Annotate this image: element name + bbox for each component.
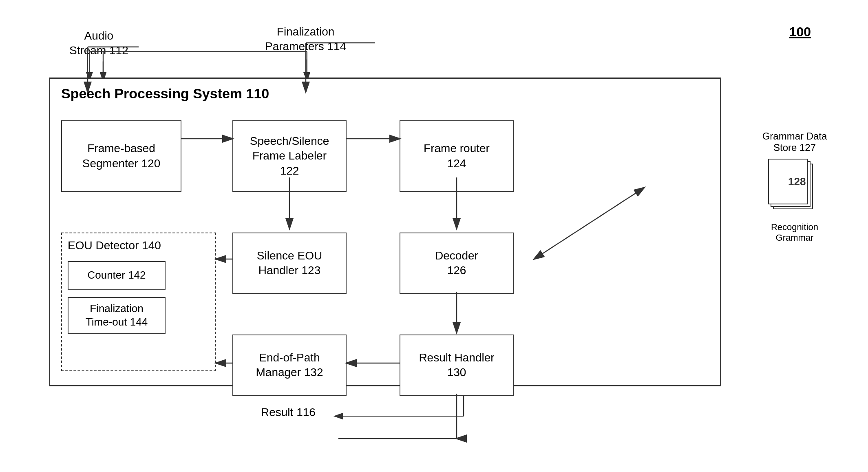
audio-stream-label: Audio Stream 112 <box>69 29 128 58</box>
speech-silence-frame-labeler-block: Speech/Silence Frame Labeler 122 <box>232 120 347 192</box>
diagram-container: 100 Audio Stream 112 Finalization Parame… <box>24 16 844 448</box>
frame-router-block: Frame router 124 <box>400 120 514 192</box>
silence-eou-handler-block: Silence EOU Handler 123 <box>232 233 347 294</box>
eou-detector-block: EOU Detector 140 Counter 142 Finalizatio… <box>61 233 216 371</box>
frame-based-segmenter-block: Frame-based Segmenter 120 <box>61 120 181 192</box>
finalization-timeout-block: Finalization Time-out 144 <box>68 297 166 334</box>
decoder-block: Decoder 126 <box>400 233 514 294</box>
result-label: Result 116 <box>261 406 316 419</box>
end-of-path-manager-block: End-of-Path Manager 132 <box>232 335 347 396</box>
finalization-params-label: Finalization Parameters 114 <box>265 24 346 54</box>
grammar-store-label: Recognition Grammar <box>754 222 835 243</box>
system-title: Speech Processing System 110 <box>61 86 269 102</box>
counter-block: Counter 142 <box>68 261 166 290</box>
reference-number: 100 <box>789 24 811 40</box>
grammar-data-store: Grammar Data Store 127 128 Recognition G… <box>754 131 835 243</box>
grammar-store-title: Grammar Data Store 127 <box>754 131 835 153</box>
svg-text:128: 128 <box>788 175 806 188</box>
cylinder-svg: 128 <box>766 157 823 218</box>
result-handler-block: Result Handler 130 <box>400 335 514 396</box>
